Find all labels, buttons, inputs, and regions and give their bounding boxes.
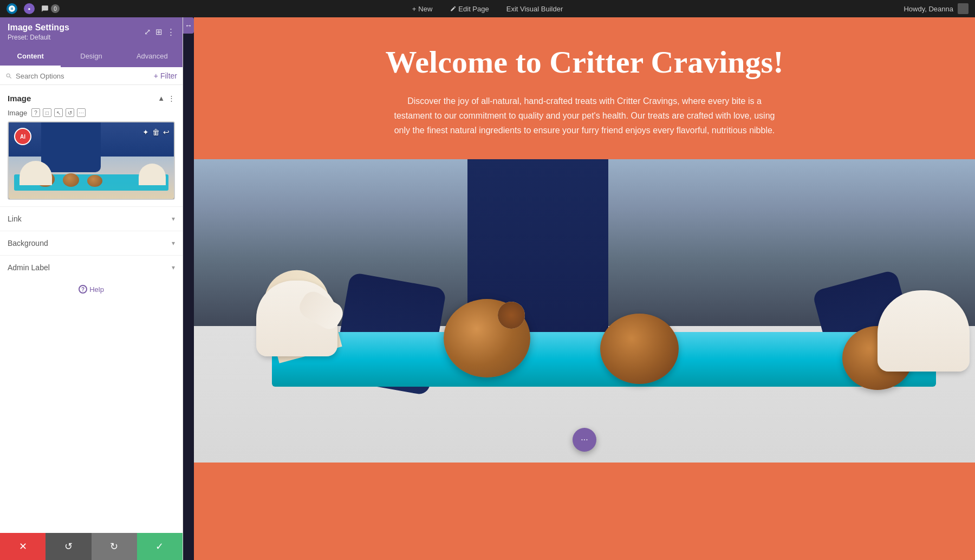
- resize-handle[interactable]: ↔: [183, 17, 194, 34]
- cookie-image-section: ···: [194, 159, 975, 463]
- sidebar-tabs: Content Design Advanced: [0, 47, 183, 67]
- hero-description: Discover the joy of all-natural, hand-cr…: [389, 94, 779, 138]
- image-copy-icon[interactable]: □: [43, 108, 51, 117]
- section-controls: ▲ ⋮: [158, 94, 175, 102]
- admin-label-section-title: Admin Label: [8, 263, 50, 272]
- more-options-icon[interactable]: ⋮: [167, 27, 175, 37]
- image-undo-icon[interactable]: ↩: [163, 128, 170, 136]
- image-preview[interactable]: AI ✦ 🗑 ↩: [8, 121, 175, 200]
- image-label-row: Image ? □ ↖ ↺ ⋯: [0, 106, 183, 121]
- cancel-button[interactable]: ✕: [0, 533, 46, 560]
- help-link[interactable]: ? Help: [0, 279, 183, 299]
- image-edit-settings-icon[interactable]: ✦: [142, 128, 149, 136]
- wordpress-logo[interactable]: [6, 3, 17, 14]
- link-section: Link ▾: [0, 206, 183, 231]
- top-bar-center: + New Edit Page Exit Visual Builder: [408, 3, 568, 15]
- background-section-title: Background: [8, 239, 48, 248]
- ai-badge[interactable]: AI: [14, 128, 31, 145]
- search-icon: [5, 73, 12, 80]
- user-avatar[interactable]: [958, 3, 968, 14]
- background-chevron-icon: ▾: [172, 239, 175, 247]
- tab-design[interactable]: Design: [61, 47, 121, 67]
- columns-icon[interactable]: ⊞: [155, 27, 162, 37]
- image-section-title: Image: [8, 94, 31, 103]
- exit-visual-builder-button[interactable]: Exit Visual Builder: [502, 3, 568, 15]
- sidebar: Image Settings Preset: Default ⤢ ⊞ ⋮ Con…: [0, 17, 183, 560]
- new-button[interactable]: + New: [408, 3, 437, 15]
- image-options-icon[interactable]: ⋯: [77, 108, 86, 117]
- help-tooltip-icon[interactable]: ?: [31, 108, 40, 117]
- background-section-header[interactable]: Background ▾: [0, 231, 183, 255]
- sidebar-content: Image ▲ ⋮ Image ? □ ↖ ↺ ⋯: [0, 85, 183, 533]
- redo-button[interactable]: ↻: [92, 533, 137, 560]
- filter-button[interactable]: + Filter: [154, 71, 177, 80]
- page-content: Welcome to Critter Cravings! Discover th…: [194, 17, 975, 560]
- help-icon: ?: [79, 285, 87, 294]
- collapse-icon[interactable]: ▲: [158, 94, 165, 102]
- image-overlay-icons: ✦ 🗑 ↩: [142, 128, 170, 136]
- section-more-icon[interactable]: ⋮: [168, 94, 175, 102]
- top-bar: ● 0 + New Edit Page Exit Visual Builder …: [0, 0, 975, 17]
- main-layout: Image Settings Preset: Default ⤢ ⊞ ⋮ Con…: [0, 17, 975, 560]
- admin-label-section: Admin Label ▾: [0, 255, 183, 279]
- background-section: Background ▾: [0, 231, 183, 255]
- image-reset-icon[interactable]: ↺: [66, 108, 74, 117]
- undo-button[interactable]: ↺: [46, 533, 91, 560]
- edit-page-button[interactable]: Edit Page: [445, 3, 493, 15]
- search-input[interactable]: [16, 72, 151, 80]
- woo-logo[interactable]: ●: [24, 3, 35, 14]
- sidebar-bottom-bar: ✕ ↺ ↻ ✓: [0, 533, 183, 560]
- comment-badge: 0: [51, 4, 60, 13]
- expand-icon[interactable]: ⤢: [144, 27, 151, 37]
- sidebar-preset[interactable]: Preset: Default: [8, 34, 69, 41]
- comments-link[interactable]: 0: [41, 4, 60, 13]
- top-bar-right: Howdy, Deanna: [903, 3, 968, 14]
- link-chevron-icon: ▾: [172, 215, 175, 223]
- sidebar-header-icons: ⤢ ⊞ ⋮: [144, 27, 175, 37]
- image-delete-icon[interactable]: 🗑: [152, 128, 160, 136]
- save-button[interactable]: ✓: [137, 533, 183, 560]
- image-label-icons: ? □ ↖ ↺ ⋯: [31, 108, 86, 117]
- image-label: Image: [8, 109, 27, 117]
- link-section-title: Link: [8, 214, 22, 223]
- hero-title: Welcome to Critter Cravings!: [210, 44, 959, 81]
- sidebar-search-bar: + Filter: [0, 67, 183, 85]
- floating-action-button[interactable]: ···: [573, 428, 596, 452]
- sidebar-header: Image Settings Preset: Default ⤢ ⊞ ⋮: [0, 17, 183, 47]
- hero-section: Welcome to Critter Cravings! Discover th…: [194, 17, 975, 159]
- tab-advanced[interactable]: Advanced: [122, 47, 183, 67]
- user-greeting: Howdy, Deanna: [903, 5, 953, 13]
- link-section-header[interactable]: Link ▾: [0, 207, 183, 231]
- image-section: Image ▲ ⋮ Image ? □ ↖ ↺ ⋯: [0, 90, 183, 200]
- tab-content[interactable]: Content: [0, 47, 61, 67]
- admin-label-chevron-icon: ▾: [172, 264, 175, 271]
- admin-label-section-header[interactable]: Admin Label ▾: [0, 256, 183, 279]
- help-label: Help: [89, 285, 104, 294]
- image-section-header: Image ▲ ⋮: [0, 90, 183, 106]
- sidebar-title: Image Settings: [8, 23, 69, 32]
- image-cursor-icon[interactable]: ↖: [54, 108, 63, 117]
